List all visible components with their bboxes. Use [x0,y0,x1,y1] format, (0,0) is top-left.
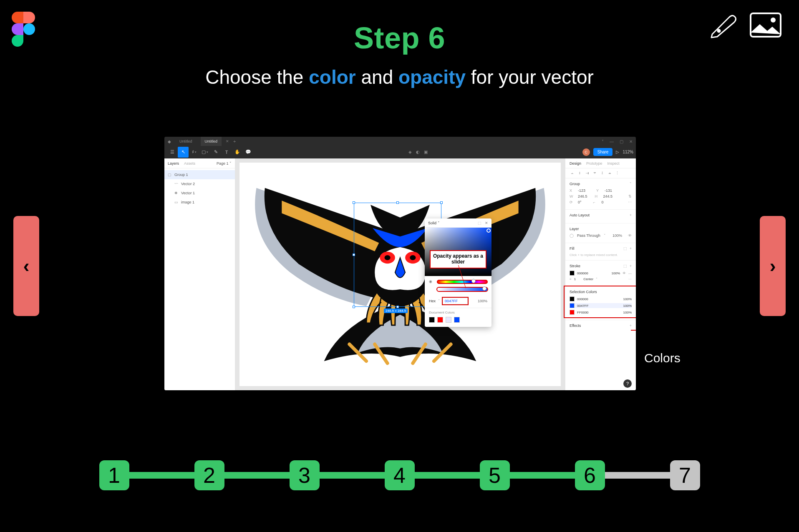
layer-row[interactable]: 〰Vector 2 [164,179,235,188]
step-node-2[interactable]: 2 [194,460,224,490]
hand-tool[interactable]: ✋ [232,147,243,158]
doc-color-swatch[interactable] [454,317,460,323]
figma-menu-icon[interactable]: ◆ [168,139,171,144]
hue-slider[interactable] [437,280,487,284]
prev-button[interactable]: ‹ [13,216,39,316]
boolean-icon[interactable]: ▣ [424,150,428,154]
add-fill-icon[interactable]: + [630,246,632,251]
stroke-hex[interactable]: 000000 [577,271,588,275]
prototype-tab[interactable]: Prototype [586,161,602,166]
align-vcenter-icon[interactable]: ⫱ [600,171,605,176]
constrain-icon[interactable]: ⇅ [628,194,632,198]
present-icon[interactable]: ▷ [616,150,619,154]
align-tools[interactable]: ⫠ ⫲ ⫣ ⫧ ⫱ ⫨ ⋮ [565,168,636,178]
layer-row[interactable]: ✱Vector 1 [164,188,235,198]
step-node-7[interactable]: 7 [670,460,700,490]
corner-value[interactable]: 0 [602,200,604,204]
assets-tab[interactable]: Assets [184,161,195,166]
next-button[interactable]: › [760,216,786,316]
picker-cursor[interactable] [486,228,491,233]
file-tab[interactable]: Untitled [175,137,197,146]
fill-styles-icon[interactable]: ⬚ [623,246,627,251]
doc-color-swatch[interactable] [429,317,435,323]
main-menu-icon[interactable]: ☰ [167,147,178,158]
step-node-1[interactable]: 1 [99,460,129,490]
stroke-align[interactable]: Center [583,277,593,281]
text-tool[interactable]: T [221,147,232,158]
share-button[interactable]: Share [593,148,613,156]
doc-color-swatch[interactable] [446,317,451,323]
picker-saturation-field[interactable]: Opacity appears as a slider [425,228,491,276]
window-chevron-icon[interactable]: ˅ [602,139,604,144]
inspect-tab[interactable]: Inspect [607,161,620,166]
stroke-styles-icon[interactable]: ⬚ [623,264,627,268]
align-left-icon[interactable]: ⫠ [570,171,575,176]
layers-tab[interactable]: Layers [168,161,179,166]
window-minimize-icon[interactable]: — [610,139,614,144]
group-label: Group [570,182,580,186]
distribute-icon[interactable]: ⋮ [615,171,620,176]
align-bottom-icon[interactable]: ⫨ [607,171,612,176]
align-hcenter-icon[interactable]: ⫲ [577,171,582,176]
blend-mode[interactable]: Pass Through [577,233,600,238]
rotation-value[interactable]: 0° [578,200,582,204]
step-node-4[interactable]: 4 [385,460,415,490]
stroke-swatch[interactable] [570,271,575,276]
new-tab-icon[interactable]: + [233,139,236,144]
remove-stroke-icon[interactable]: — [628,271,632,275]
eyedropper-icon[interactable]: ◉ [429,279,434,284]
more-icon[interactable]: ⋯ [628,200,632,204]
layer-opacity[interactable]: 100% [612,233,622,238]
zoom-value[interactable]: 112% [623,150,633,154]
help-icon[interactable]: ? [623,379,632,388]
visibility-icon[interactable]: 👁 [628,233,632,238]
step-node-3[interactable]: 3 [290,460,320,490]
opacity-slider[interactable] [437,288,487,291]
hue-thumb[interactable] [471,279,476,283]
align-top-icon[interactable]: ⫧ [592,171,597,176]
layer-row[interactable]: ▭image 1 [164,198,235,207]
comment-tool[interactable]: 💬 [243,147,254,158]
stroke-more-icon[interactable]: ⋯ [628,277,632,281]
frame-tool[interactable]: ♯ [189,147,199,158]
step-subkönnen: Choose the color and opacity for your ve… [0,66,799,88]
step-node-5[interactable]: 5 [480,460,510,490]
stroke-weight[interactable]: 1 [574,277,576,281]
pen-tool[interactable]: ✎ [210,147,221,158]
chevron-right-icon: › [770,256,776,276]
x-value[interactable]: -123 [578,188,585,193]
h-value[interactable]: 244.5 [603,194,613,198]
window-close-icon[interactable]: ✕ [629,139,633,144]
y-label: Y [596,188,601,193]
shape-tool[interactable]: ▢ [199,147,210,158]
reset-icon[interactable]: ◈ [408,150,412,154]
page-selector[interactable]: Page 1 ˅ [217,161,232,166]
picker-mode-label[interactable]: Solid ˅ [428,221,440,225]
align-right-icon[interactable]: ⫣ [585,171,590,176]
layer-row[interactable]: ▢Group 1 [164,170,235,179]
stroke-visibility-icon[interactable]: 👁 [623,271,626,275]
w-value[interactable]: 246.5 [578,194,587,198]
close-tab-icon[interactable]: ✕ [226,139,229,143]
doc-color-swatch[interactable] [437,317,443,323]
add-stroke-icon[interactable]: + [630,264,632,268]
stroke-pct[interactable]: 100% [612,271,620,275]
window-maximize-icon[interactable]: ▢ [620,139,623,144]
opacity-thumb[interactable] [482,286,486,291]
file-tab-active[interactable]: Untitled [201,137,222,146]
avatar[interactable]: C [582,148,590,156]
move-tool[interactable]: ↖ [178,147,189,158]
add-effect-icon[interactable]: + [630,324,632,328]
mask-icon[interactable]: ◐ [416,150,420,154]
picker-styles-icon[interactable]: ⬚ [478,221,481,225]
hex-input[interactable]: 0047FF [443,298,468,304]
picker-close-icon[interactable]: ✕ [485,221,488,225]
subtitle-color: color [309,66,355,88]
add-autolayout-icon[interactable]: + [630,213,632,217]
canvas[interactable]: 246.5 × 244.5 Solid ˅ ⬚ ✕ Opacity appear… [235,158,565,390]
layer-type-icon: ▭ [174,200,179,204]
step-node-6[interactable]: 6 [575,460,605,490]
picker-opacity-value[interactable]: 100% [478,299,487,303]
design-tab[interactable]: Design [570,161,581,166]
y-value[interactable]: -131 [605,188,612,193]
